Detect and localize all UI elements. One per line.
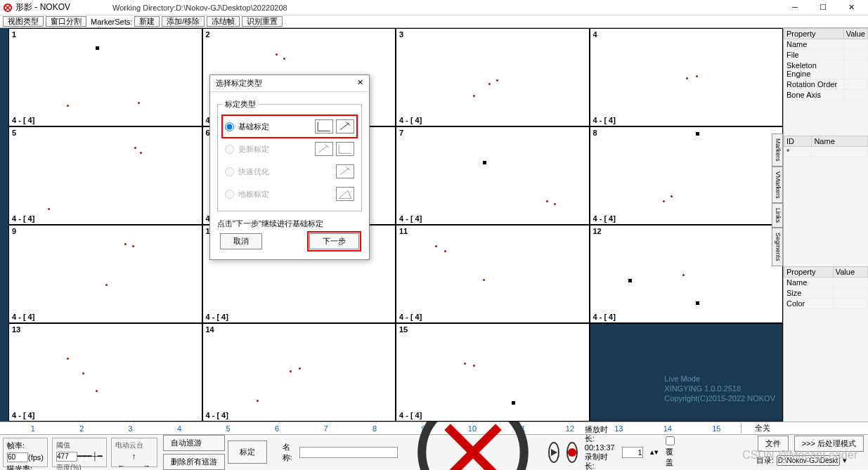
- camera-cell-13[interactable]: 134 - [ 4]: [8, 323, 202, 422]
- radio-fast: [225, 167, 234, 176]
- tab-vmarkers[interactable]: VMarkers: [772, 167, 783, 204]
- markersets-label: MarkerSets:: [91, 18, 132, 26]
- ruler-tick[interactable]: 5: [204, 424, 252, 433]
- app-title: 形影 - NOKOV: [15, 1, 70, 13]
- app-icon: [3, 3, 13, 13]
- side-tabs: Markers VMarkers Links Segments: [772, 133, 783, 266]
- bottom-panel: 帧率: (fps) 曝光率: 1/(s) 阈值 ━━━┼━ 亮度(%) ━━━━…: [0, 434, 868, 469]
- tab-markers[interactable]: Markers: [772, 133, 783, 167]
- calibration-group-label: 标定类型: [222, 99, 259, 110]
- property-table-bottom: PropertyValue Name Size Color: [784, 266, 868, 309]
- camera-cell-5[interactable]: 54 - [ 4]: [8, 126, 202, 225]
- camera-cell-8[interactable]: 84 - [ 4]: [590, 126, 784, 225]
- livemode-overlay: Live Mode XINGYING 1.0.0.2518 Copyright(…: [664, 374, 775, 403]
- camera-cell-16[interactable]: Live Mode XINGYING 1.0.0.2518 Copyright(…: [590, 323, 784, 422]
- camera-cell-14[interactable]: 144 - [ 4]: [202, 323, 396, 422]
- freeze-button[interactable]: 冻结帧: [207, 16, 240, 27]
- framerate-group: 帧率: (fps) 曝光率: 1/(s): [3, 438, 48, 467]
- ptz-group: 电动云台 ↑ ←→ ↓: [111, 438, 157, 467]
- titlebar: 形影 - NOKOV Working Directory:D:\Nokov-GJ…: [0, 0, 868, 15]
- cancel-button[interactable]: 取消: [220, 233, 262, 249]
- radio-floor: [225, 190, 234, 199]
- maximize-button[interactable]: ☐: [809, 3, 837, 12]
- l-wand-icon: [315, 119, 333, 133]
- tab-segments[interactable]: Segments: [772, 228, 783, 266]
- play-duration: 00:13:37: [585, 443, 615, 452]
- framerate-input[interactable]: [7, 452, 28, 462]
- new-button[interactable]: 新建: [134, 16, 160, 27]
- camera-cell-12[interactable]: 124 - [ 4]: [590, 225, 784, 323]
- l-wand2-icon: [336, 142, 354, 156]
- radio-update: [225, 145, 234, 154]
- overlay-checkbox[interactable]: 覆盖: [666, 436, 675, 468]
- reset-button[interactable]: 识别重置: [242, 16, 283, 27]
- camera-cell-15[interactable]: 154 - [ 4]: [396, 323, 590, 422]
- toolbar: 视图类型 窗口分割 MarkerSets: 新建 添加/移除 冻结帧 识别重置: [0, 15, 868, 28]
- t-wand3-icon: [336, 164, 354, 178]
- delete-patrol-button[interactable]: 删除所有巡游: [163, 454, 225, 470]
- name-label: 名称:: [283, 442, 292, 463]
- play-button[interactable]: [548, 442, 559, 463]
- window-split-button[interactable]: 窗口分割: [46, 16, 86, 27]
- camera-cell-4[interactable]: 44 - [ 4]: [590, 28, 784, 126]
- property-table-top: PropertyValue Name File Skeleton Engine …: [784, 28, 868, 100]
- record-button[interactable]: [566, 442, 578, 463]
- camera-cell-11[interactable]: 114 - [ 4]: [396, 225, 590, 323]
- left-strip: [0, 28, 8, 422]
- threshold-group: 阈值 ━━━┼━ 亮度(%) ━━━━┼: [52, 438, 107, 467]
- ptz-right-icon[interactable]: →: [141, 462, 153, 471]
- add-move-button[interactable]: 添加/移除: [162, 16, 205, 27]
- frame-input[interactable]: [622, 447, 643, 458]
- close-button[interactable]: ✕: [837, 3, 865, 12]
- calibrate-button[interactable]: 标定: [228, 440, 267, 464]
- camera-grid: ⚙ 14 - [ 4] 24 - [ 4] 34 - [ 4] 44 - [ 4…: [8, 28, 783, 422]
- name-input[interactable]: [299, 447, 398, 458]
- dialog-hint: 点击"下一步"继续进行基础标定: [217, 218, 362, 229]
- camera-cell-7[interactable]: 74 - [ 4]: [396, 126, 590, 225]
- floor-icon: [336, 187, 354, 201]
- option-basic-calibration[interactable]: 基础标定: [222, 115, 357, 138]
- view-type-button[interactable]: 视图类型: [3, 16, 44, 27]
- calibration-dialog: 选择标定类型 ✕ 标定类型 基础标定 更新标定 快速优化: [209, 74, 370, 260]
- ruler-tick[interactable]: 1: [8, 424, 57, 433]
- auto-patrol-button[interactable]: 自动巡游: [163, 435, 225, 451]
- close-all-button[interactable]: 全关: [741, 423, 783, 433]
- radio-basic[interactable]: [225, 122, 234, 131]
- ruler-tick[interactable]: 15: [692, 424, 741, 433]
- ruler-tick[interactable]: 4: [155, 424, 203, 433]
- working-directory: Working Directory:D:\Nokov-GJ\Desktop\20…: [112, 4, 287, 12]
- option-update-calibration[interactable]: 更新标定: [222, 138, 357, 160]
- camera-cell-9[interactable]: 94 - [ 4]: [8, 225, 202, 323]
- markers-table: IDName *: [784, 136, 868, 157]
- watermark: CSDN @MocapLeader: [742, 449, 857, 462]
- next-button[interactable]: 下一步: [309, 233, 359, 249]
- dialog-title: 选择标定类型: [216, 78, 262, 89]
- frame-stepper-icon[interactable]: ▴▾: [650, 448, 659, 457]
- dialog-close-icon[interactable]: ✕: [357, 78, 363, 89]
- camera-cell-1[interactable]: 14 - [ 4]: [8, 28, 202, 126]
- t-wand2-icon: [315, 142, 333, 156]
- ptz-left-icon[interactable]: ←: [115, 462, 128, 471]
- camera-cell-3[interactable]: 34 - [ 4]: [396, 28, 590, 126]
- minimize-button[interactable]: ─: [781, 3, 809, 12]
- ruler-tick[interactable]: 2: [57, 424, 105, 433]
- t-wand-icon: [336, 119, 354, 133]
- ptz-up-icon[interactable]: ↑: [128, 452, 141, 462]
- option-fast-optimize[interactable]: 快速优化: [222, 160, 357, 183]
- threshold-input[interactable]: [56, 452, 77, 462]
- ruler-tick[interactable]: 3: [106, 424, 155, 433]
- tab-links[interactable]: Links: [772, 203, 783, 228]
- right-panel: PropertyValue Name File Skeleton Engine …: [783, 28, 868, 422]
- option-floor-calibration[interactable]: 地板标定: [222, 183, 357, 205]
